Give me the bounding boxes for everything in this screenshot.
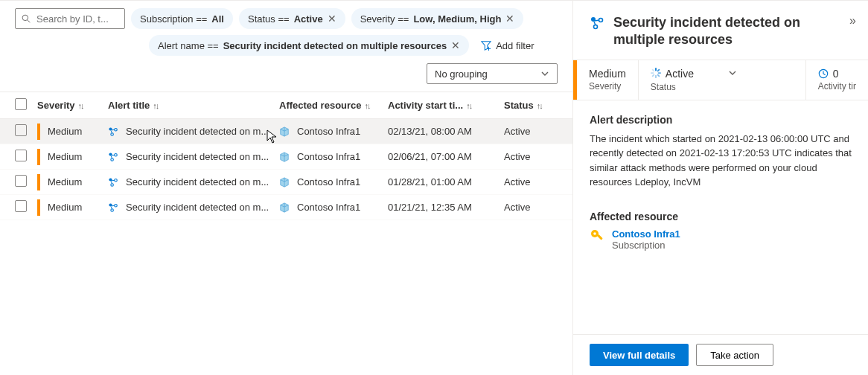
filter-label: Subscription == xyxy=(140,13,207,25)
cell-title: Security incident detected on m... xyxy=(108,176,279,188)
column-header-severity[interactable]: Severity↑↓ xyxy=(37,100,108,111)
sort-icon: ↑↓ xyxy=(466,101,471,110)
filter-pill-status[interactable]: Status == Active ✕ xyxy=(239,8,345,29)
meta-value: Active xyxy=(666,68,694,80)
column-label: Status xyxy=(504,100,534,111)
svg-line-36 xyxy=(652,69,654,71)
table-header: Severity↑↓ Alert title↑↓ Affected resour… xyxy=(0,92,572,119)
svg-point-0 xyxy=(22,15,28,21)
row-checkbox[interactable] xyxy=(15,200,37,214)
sort-icon: ↑↓ xyxy=(365,101,370,110)
table-row[interactable]: Medium Security incident detected on m..… xyxy=(0,170,572,195)
cell-resource: Contoso Infra1 xyxy=(279,202,388,213)
cube-icon xyxy=(279,152,290,162)
incident-icon xyxy=(108,152,118,162)
sort-icon: ↑↓ xyxy=(78,101,83,110)
svg-line-22 xyxy=(112,205,115,206)
cell-severity: Medium xyxy=(48,126,108,137)
view-full-details-button[interactable]: View full details xyxy=(590,344,689,366)
cell-status: Active xyxy=(504,151,558,162)
close-icon[interactable]: ✕ xyxy=(328,13,336,25)
table-row[interactable]: Medium Security incident detected on m..… xyxy=(0,195,572,220)
column-label: Activity start ti... xyxy=(388,100,463,111)
chevron-down-icon[interactable] xyxy=(728,68,737,80)
row-checkbox[interactable] xyxy=(15,124,37,138)
cell-time: 02/06/21, 07:00 AM xyxy=(388,151,504,162)
chevron-down-icon xyxy=(540,69,549,78)
severity-bar xyxy=(37,174,40,190)
cube-icon xyxy=(279,126,290,137)
affected-resource-item[interactable]: Contoso Infra1 Subscription xyxy=(590,228,852,251)
grouping-select[interactable]: No grouping xyxy=(427,63,558,84)
cell-title: Security incident detected on m... xyxy=(108,126,279,137)
cell-severity: Medium xyxy=(48,151,108,162)
svg-point-20 xyxy=(115,204,118,207)
collapse-icon[interactable]: » xyxy=(849,14,856,28)
search-icon xyxy=(22,13,31,24)
table-row[interactable]: Medium Security incident detected on m..… xyxy=(0,119,572,144)
grouping-value: No grouping xyxy=(435,68,488,80)
meta-label: Severity xyxy=(589,81,626,92)
filter-bar-row2: Alert name == Security incident detected… xyxy=(0,29,572,56)
take-action-button[interactable]: Take action xyxy=(696,344,773,366)
column-label: Affected resource xyxy=(279,100,362,111)
meta-activity: 0 Activity tir xyxy=(806,60,868,100)
svg-line-12 xyxy=(112,155,115,156)
column-header-status[interactable]: Status↑↓ xyxy=(504,100,558,111)
grouping-row: No grouping xyxy=(0,56,572,92)
svg-point-39 xyxy=(593,232,596,235)
affected-resource-type: Subscription xyxy=(612,240,680,251)
meta-label: Activity tir xyxy=(818,81,856,92)
filter-pill-subscription[interactable]: Subscription == All xyxy=(131,8,233,29)
column-header-title[interactable]: Alert title↑↓ xyxy=(108,100,279,111)
search-input-wrapper[interactable] xyxy=(15,8,125,29)
key-icon xyxy=(590,228,604,246)
svg-point-25 xyxy=(599,19,603,22)
column-header-resource[interactable]: Affected resource↑↓ xyxy=(279,100,388,111)
cube-icon xyxy=(279,202,290,213)
severity-bar xyxy=(37,124,40,140)
incident-icon xyxy=(108,202,118,213)
column-label: Alert title xyxy=(108,100,150,111)
filter-pill-alert-name[interactable]: Alert name == Security incident detected… xyxy=(149,35,469,56)
alerts-main-pane: Subscription == All Status == Active ✕ S… xyxy=(0,1,573,375)
row-checkbox[interactable] xyxy=(15,175,37,189)
detail-header: Security incident detected on multiple r… xyxy=(573,1,868,60)
table-row[interactable]: Medium Security incident detected on m..… xyxy=(0,144,572,170)
filter-value: Low, Medium, High xyxy=(413,13,501,25)
filter-value: Active xyxy=(294,13,323,25)
affected-resource-name[interactable]: Contoso Infra1 xyxy=(612,228,680,240)
svg-point-21 xyxy=(111,208,114,211)
svg-point-11 xyxy=(111,158,114,161)
alert-desc-heading: Alert description xyxy=(590,114,852,126)
incident-icon xyxy=(108,126,118,137)
column-header-time[interactable]: Activity start ti...↑↓ xyxy=(388,100,504,111)
detail-body: Alert description The incident which sta… xyxy=(573,100,868,334)
cell-severity: Medium xyxy=(48,176,108,188)
close-icon[interactable]: ✕ xyxy=(451,39,460,51)
incident-icon xyxy=(590,16,604,49)
select-all-checkbox[interactable] xyxy=(15,98,37,112)
meta-value: 0 xyxy=(833,68,839,80)
svg-rect-40 xyxy=(597,234,603,240)
svg-point-15 xyxy=(115,179,118,182)
svg-point-26 xyxy=(594,25,598,29)
add-filter-button[interactable]: Add filter xyxy=(475,35,540,56)
detail-meta-bar: Medium Severity Active Status 0 Act xyxy=(573,60,868,100)
cube-icon xyxy=(279,177,290,188)
filter-label: Severity == xyxy=(360,13,409,25)
cell-status: Active xyxy=(504,126,558,137)
svg-line-17 xyxy=(112,180,115,181)
cell-resource: Contoso Infra1 xyxy=(279,176,388,188)
close-icon[interactable]: ✕ xyxy=(505,13,514,25)
cell-resource: Contoso Infra1 xyxy=(279,151,388,162)
row-checkbox[interactable] xyxy=(15,150,37,164)
column-label: Severity xyxy=(37,100,75,111)
sort-icon: ↑↓ xyxy=(153,101,158,110)
affected-resource-heading: Affected resource xyxy=(590,211,852,222)
filter-pill-severity[interactable]: Severity == Low, Medium, High ✕ xyxy=(351,8,524,29)
search-input[interactable] xyxy=(35,13,118,25)
meta-status[interactable]: Active Status xyxy=(639,60,806,100)
filter-value: All xyxy=(211,13,224,25)
detail-pane: Security incident detected on multiple r… xyxy=(573,1,868,375)
